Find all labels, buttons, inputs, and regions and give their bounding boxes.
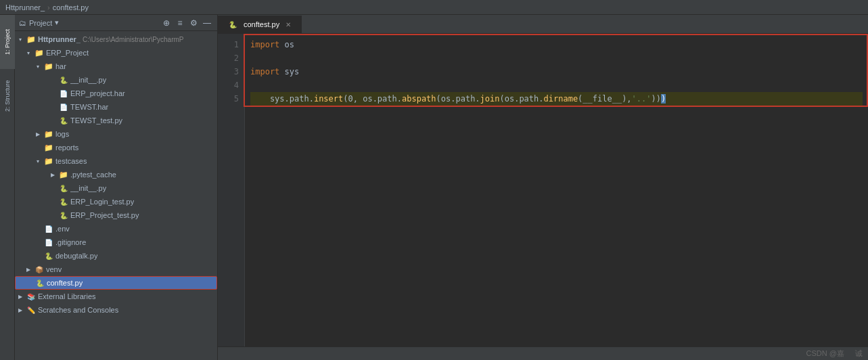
line-num-3: 3 [218,65,239,78]
label-erp-project-test: ERP_Project_test.py [70,211,139,219]
status-bar: CSDN @嘉 诚 [218,346,868,360]
folder-icon-httprunner: 📁 [26,34,37,45]
label-conftest: conftest.py [47,279,83,287]
watermark-1: CSDN @嘉 [806,348,844,359]
tree-item-tewst-test[interactable]: 🐍 TEWST_test.py [15,114,217,127]
ide-container: Httprunner_ › conftest.py 1: Project 2: … [0,0,868,360]
tree-item-reports[interactable]: 📁 reports [15,141,217,154]
code-content-wrapper: import os import sys sys.path.insert(0, … [245,34,868,346]
folder-icon-reports: 📁 [43,142,54,153]
arrow-logs: ▶ [34,131,42,137]
code-line-1: import os [250,38,863,51]
breadcrumb: Httprunner_ › conftest.py [5,3,89,12]
code-line-4 [250,78,863,92]
line-num-1: 1 [218,38,239,51]
python-icon-tewst: 🐍 [58,115,69,126]
scratches-icon: ✏️ [26,305,37,315]
python-icon-init-tc: 🐍 [58,183,69,194]
tree-item-erp-project-test[interactable]: 🐍 ERP_Project_test.py [15,208,217,222]
breadcrumb-project[interactable]: Httprunner_ [5,3,45,12]
sidebar-tab-project[interactable]: 1: Project [0,15,15,69]
file-icon-env: 📄 [43,223,54,234]
venv-icon: 📦 [34,264,45,275]
folder-icon-testcases: 📁 [43,156,54,166]
label-init-har: __init__.py [70,76,106,84]
breadcrumb-file: conftest.py [53,3,89,12]
ext-libs-icon: 📚 [26,291,37,302]
label-env: .env [55,225,70,233]
label-gitignore: .gitignore [55,238,86,246]
tree-item-gitignore[interactable]: 📄 .gitignore [15,235,217,249]
line-num-2: 2 [218,51,239,65]
label-init-tc: __init__.py [70,184,106,192]
tree-item-init-har[interactable]: 🐍 __init__.py [15,73,217,87]
tree-item-init-tc[interactable]: 🐍 __init__.py [15,181,217,195]
python-icon-project-test: 🐍 [58,210,69,221]
label-venv: venv [46,265,62,273]
project-tree[interactable]: ▾ 📁 Httprunner_ C:\Users\Administrator\P… [15,31,217,360]
editor-tab-conftest[interactable]: 🐍 conftest.py ✕ [218,16,302,33]
tree-item-erp-har[interactable]: 📄 ERP_project.har [15,87,217,100]
label-erp-project: ERP_Project [46,49,89,57]
tree-item-venv[interactable]: ▶ 📦 venv [15,263,217,276]
tree-item-erp-login-test[interactable]: 🐍 ERP_Login_test.py [15,195,217,208]
arrow-scratches: ▶ [16,307,24,313]
tree-item-tewst-har[interactable]: 📄 TEWST.har [15,100,217,114]
arrow-pytest-cache: ▶ [49,172,57,178]
tab-label-conftest: conftest.py [244,20,279,28]
tab-close-conftest[interactable]: ✕ [283,20,293,29]
tree-item-testcases[interactable]: ▾ 📁 testcases [15,154,217,168]
label-erp-login-test: ERP_Login_test.py [70,198,134,206]
python-icon-init-har: 🐍 [58,74,69,85]
tree-item-har[interactable]: ▾ 📁 har [15,60,217,73]
line-num-5: 5 [218,92,239,106]
title-bar: Httprunner_ › conftest.py [0,0,868,15]
arrow-har: ▾ [34,64,42,70]
tree-item-conftest[interactable]: 🐍 conftest.py [15,276,217,290]
tree-item-logs[interactable]: ▶ 📁 logs [15,127,217,141]
label-har: har [55,62,66,70]
label-pytest-cache: .pytest_cache [70,171,116,179]
tree-item-env[interactable]: 📄 .env [15,222,217,235]
code-line-3: import sys [250,65,863,78]
label-scratches: Scratches and Consoles [38,306,118,314]
folder-icon-pytest-cache: 📁 [58,169,69,180]
panel-title: 🗂 Project ▾ [19,18,59,27]
tab-python-icon: 🐍 [227,19,238,30]
tree-item-scratches[interactable]: ▶ ✏️ Scratches and Consoles [15,303,217,317]
sidebar-tabs: 1: Project 2: Structure [0,15,15,360]
code-content[interactable]: import os import sys sys.path.insert(0, … [245,34,868,110]
label-httprunner: Httprunner_ C:\Users\Administrator\Pycha… [38,35,184,43]
panel-header: 🗂 Project ▾ ⊕ ≡ ⚙ — [15,15,217,31]
panel-action-sync[interactable]: ≡ [174,17,186,29]
project-panel: 🗂 Project ▾ ⊕ ≡ ⚙ — ▾ 📁 Httprunner_ C:\U… [15,15,218,360]
tree-item-debugtalk[interactable]: 🐍 debugtalk.py [15,249,217,263]
folder-icon-logs: 📁 [43,129,54,139]
tree-item-httprunner[interactable]: ▾ 📁 Httprunner_ C:\Users\Administrator\P… [15,32,217,46]
arrow-venv: ▶ [24,267,32,273]
panel-action-minimize[interactable]: — [201,17,213,29]
sidebar-tab-structure[interactable]: 2: Structure [0,69,15,123]
line-num-4: 4 [218,78,239,92]
tree-item-erp-project[interactable]: ▾ 📁 ERP_Project [15,46,217,60]
har-icon-erp: 📄 [58,88,69,99]
code-editor[interactable]: 1 2 3 4 5 import os import sys sys.path.… [218,34,868,346]
folder-icon-har: 📁 [43,61,54,72]
label-logs: logs [55,130,69,138]
label-tewst-har: TEWST.har [70,103,108,111]
folder-icon-erp: 📁 [34,47,45,58]
code-line-2 [250,51,863,65]
arrow-ext-libs: ▶ [16,294,24,300]
python-icon-conftest: 🐍 [35,277,45,288]
python-icon-debugtalk: 🐍 [43,250,54,261]
panel-action-settings[interactable]: ⚙ [187,17,200,29]
panel-title-text: Project [29,19,52,27]
panel-dropdown-icon[interactable]: ▾ [55,18,59,27]
panel-action-add[interactable]: ⊕ [160,17,173,29]
editor-area: 🐍 conftest.py ✕ 1 2 3 4 5 [218,15,868,360]
label-testcases: testcases [55,157,87,165]
editor-tabs: 🐍 conftest.py ✕ [218,15,868,34]
tree-item-ext-libs[interactable]: ▶ 📚 External Libraries [15,290,217,303]
tree-item-pytest-cache[interactable]: ▶ 📁 .pytest_cache [15,168,217,181]
label-debugtalk: debugtalk.py [55,252,97,260]
